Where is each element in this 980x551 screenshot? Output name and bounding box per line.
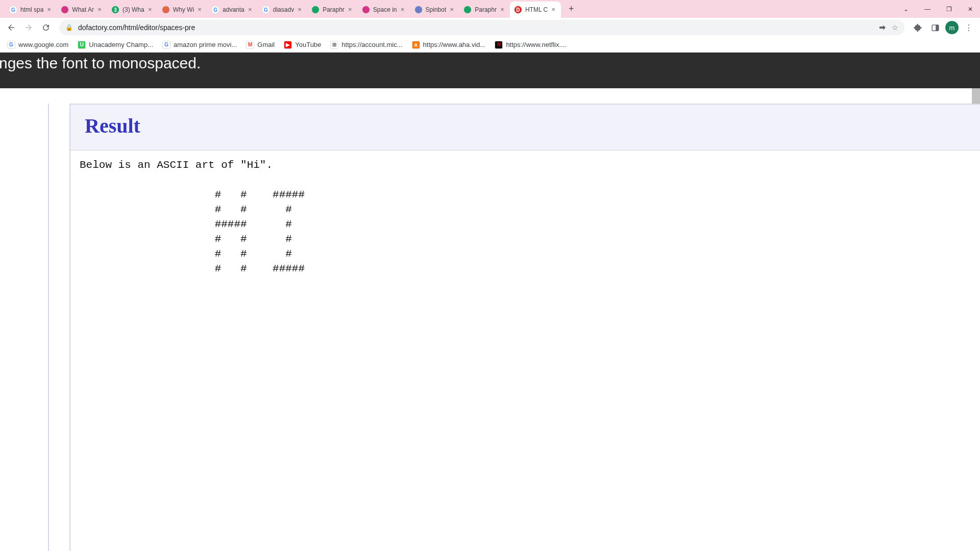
bookmark-label: Unacademy Champ... <box>89 41 153 48</box>
bookmark-star-icon[interactable]: ☆ <box>892 23 898 32</box>
bookmark-favicon: ▶ <box>284 41 292 49</box>
bookmark-label: www.google.com <box>18 41 68 48</box>
bookmark-5[interactable]: ⊞https://account.mic... <box>330 41 402 49</box>
tab-favicon <box>61 6 69 14</box>
lock-icon: 🔒 <box>65 24 73 31</box>
tab-close-icon[interactable]: × <box>296 6 303 13</box>
tab-title: advanta <box>223 6 244 13</box>
tab-1[interactable]: What Ar× <box>57 2 107 18</box>
bookmark-0[interactable]: Gwww.google.com <box>7 41 68 49</box>
bookmark-1[interactable]: UUnacademy Champ... <box>78 41 153 49</box>
bookmark-favicon: G <box>7 41 15 49</box>
tab-title: What Ar <box>72 6 94 13</box>
bookmark-label: https://account.mic... <box>341 41 402 48</box>
tab-title: Paraphr <box>323 6 345 13</box>
bookmark-favicon: ⊞ <box>330 41 338 49</box>
tab-favicon: D <box>514 6 522 14</box>
tab-4[interactable]: Gadvanta× <box>207 2 258 18</box>
tab-close-icon[interactable]: × <box>399 6 406 13</box>
banner-text: nges the font to monospaced. <box>0 55 201 72</box>
tab-title: diasadv <box>273 6 294 13</box>
bookmark-favicon: M <box>246 41 254 49</box>
bookmark-7[interactable]: Nhttps://www.netflix.... <box>495 41 567 49</box>
new-tab-button[interactable]: + <box>564 2 578 16</box>
window-minimize-button[interactable]: ― <box>921 6 934 13</box>
tab-favicon <box>311 6 320 14</box>
bookmark-label: YouTube <box>295 41 321 48</box>
url-text: dofactory.com/html/editor/spaces-pre <box>78 23 195 32</box>
bookmark-3[interactable]: MGmail <box>246 41 275 49</box>
page-content: nges the font to monospaced. Result Belo… <box>0 53 980 551</box>
tab-close-icon[interactable]: × <box>550 6 557 13</box>
window-close-button[interactable]: ✕ <box>964 6 977 13</box>
browser-toolbar: 🔒 dofactory.com/html/editor/spaces-pre ☆… <box>0 18 980 37</box>
tab-title: Why Wi <box>173 6 194 13</box>
tab-0[interactable]: Ghtml spa× <box>5 2 57 18</box>
tab-8[interactable]: Spinbot× <box>410 2 460 18</box>
tab-7[interactable]: Space in× <box>358 2 410 18</box>
tab-favicon <box>162 6 170 14</box>
tab-title: html spa <box>20 6 43 13</box>
tab-favicon: G <box>9 6 17 14</box>
tab-favicon <box>362 6 370 14</box>
page-banner: nges the font to monospaced. <box>0 53 980 88</box>
tab-close-icon[interactable]: × <box>45 6 53 13</box>
tab-9[interactable]: Paraphr× <box>459 2 510 18</box>
bookmarks-bar: Gwww.google.comUUnacademy Champ...Gamazo… <box>0 37 980 53</box>
chrome-menu-icon[interactable]: ⋮ <box>962 20 976 35</box>
reload-button[interactable] <box>39 20 53 35</box>
back-button[interactable] <box>4 20 18 35</box>
bookmark-6[interactable]: ahttps://www.aha.vid... <box>412 41 486 49</box>
tab-favicon: G <box>262 6 270 14</box>
tab-5[interactable]: Gdiasadv× <box>258 2 307 18</box>
tab-3[interactable]: Why Wi× <box>158 2 207 18</box>
tab-favicon <box>414 6 423 14</box>
tab-search-chevron-icon[interactable]: ⌄ <box>899 6 913 13</box>
tab-title: (3) Wha <box>122 6 144 13</box>
address-bar[interactable]: 🔒 dofactory.com/html/editor/spaces-pre ☆ <box>59 20 904 35</box>
tab-title: Paraphr <box>475 6 497 13</box>
tab-favicon <box>463 6 472 14</box>
bookmark-favicon: a <box>412 41 420 49</box>
side-panel-icon[interactable] <box>928 20 942 35</box>
tab-strip: Ghtml spa×What Ar×3(3) Wha×Why Wi×Gadvan… <box>0 0 980 18</box>
share-icon[interactable] <box>878 23 887 32</box>
tab-10[interactable]: DHTML C× <box>510 2 561 18</box>
result-preformatted: Below is an ASCII art of "Hi". # # #####… <box>80 158 971 276</box>
window-maximize-button[interactable]: ❐ <box>942 6 955 13</box>
tab-close-icon[interactable]: × <box>448 6 455 13</box>
tab-close-icon[interactable]: × <box>499 6 506 13</box>
tab-favicon: 3 <box>111 6 119 14</box>
bookmark-label: Gmail <box>257 41 275 48</box>
result-heading: Result <box>85 114 966 138</box>
bookmark-label: amazon prime movi... <box>174 41 237 48</box>
tab-2[interactable]: 3(3) Wha× <box>107 2 158 18</box>
tab-close-icon[interactable]: × <box>247 6 254 13</box>
result-panel: Result Below is an ASCII art of "Hi". # … <box>69 104 980 551</box>
tab-title: Spinbot <box>426 6 447 13</box>
bookmark-favicon: U <box>78 41 86 49</box>
tab-close-icon[interactable]: × <box>146 6 154 13</box>
profile-avatar[interactable]: m <box>945 21 959 34</box>
editor-left-panel <box>0 104 49 551</box>
bookmark-4[interactable]: ▶YouTube <box>284 41 321 49</box>
bookmark-label: https://www.netflix.... <box>506 41 567 48</box>
tab-favicon: G <box>211 6 219 14</box>
tab-title: Space in <box>373 6 397 13</box>
bookmark-label: https://www.aha.vid... <box>423 41 486 48</box>
tab-close-icon[interactable]: × <box>196 6 203 13</box>
bookmark-2[interactable]: Gamazon prime movi... <box>162 41 237 49</box>
bookmark-favicon: N <box>495 41 503 49</box>
tab-close-icon[interactable]: × <box>347 6 354 13</box>
tab-6[interactable]: Paraphr× <box>307 2 358 18</box>
svg-rect-1 <box>936 24 939 30</box>
tab-close-icon[interactable]: × <box>96 6 103 13</box>
bookmark-favicon: G <box>162 41 170 49</box>
tab-title: HTML C <box>525 6 548 13</box>
extensions-icon[interactable] <box>911 20 925 35</box>
forward-button[interactable] <box>21 20 36 35</box>
result-body: Below is an ASCII art of "Hi". # # #####… <box>70 151 980 283</box>
result-header: Result <box>70 105 980 151</box>
